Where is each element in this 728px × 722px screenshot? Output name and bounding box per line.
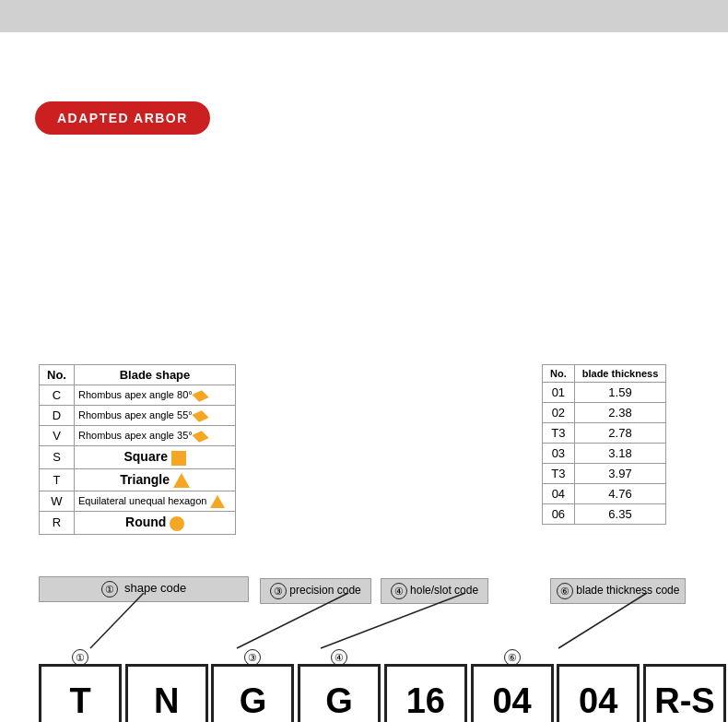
- svg-line-3: [558, 593, 647, 648]
- col-header-thickness: blade thickness: [574, 365, 666, 383]
- col-header-no: No.: [543, 365, 575, 383]
- table-row: T3 3.97: [543, 464, 666, 484]
- row-no: W: [40, 491, 75, 512]
- table-row: R Round: [40, 512, 236, 535]
- thickness-val: 6.35: [574, 504, 666, 525]
- letter-04a: 04: [492, 681, 531, 721]
- table-row: S Square: [40, 446, 236, 469]
- thickness-val: 2.78: [574, 423, 666, 444]
- shape-label: Square: [123, 449, 167, 464]
- row-no: V: [40, 426, 75, 446]
- row-shape: Rhombus apex angle 55°: [75, 406, 236, 426]
- table-row: 01 1.59: [543, 383, 666, 403]
- table-row: C Rhombus apex angle 80°: [40, 385, 236, 406]
- letter-G2: G: [325, 681, 353, 721]
- thickness-table: No. blade thickness 01 1.59 02 2.38 T3 2…: [542, 364, 666, 525]
- thickness-no: 04: [543, 484, 575, 504]
- row-shape: Square: [75, 446, 236, 469]
- letter-box-T: T: [39, 664, 122, 722]
- main-content: ADAPTED ARBOR No. Blade shape C Rhombus …: [0, 32, 728, 722]
- letter-box-RS: R-S: [643, 664, 726, 722]
- thickness-val: 3.97: [574, 464, 666, 484]
- letter-N: N: [154, 681, 179, 721]
- col-header-no: No.: [40, 365, 75, 385]
- thickness-no: 03: [543, 444, 575, 464]
- table-row: 06 6.35: [543, 504, 666, 525]
- triangle-icon: [173, 473, 190, 488]
- letter-box-04b: 04: [557, 664, 640, 722]
- row-shape: Rhombus apex angle 35°: [75, 426, 236, 446]
- row-no: C: [40, 385, 75, 406]
- table-row: T Triangle: [40, 468, 236, 491]
- col-header-blade-shape: Blade shape: [75, 365, 236, 385]
- table-row: 02 2.38: [543, 403, 666, 423]
- letter-box-G1: G: [211, 664, 294, 722]
- hexagon-icon: [210, 495, 225, 508]
- thickness-val: 1.59: [574, 383, 666, 403]
- letter-T: T: [69, 681, 90, 721]
- row-no: D: [40, 406, 75, 426]
- circle-icon: [170, 516, 184, 531]
- row-shape: Rhombus apex angle 80°: [75, 385, 236, 406]
- row-no: R: [40, 512, 75, 535]
- table-row: T3 2.78: [543, 423, 666, 444]
- table-row: V Rhombus apex angle 35°: [40, 426, 236, 446]
- letters-row: T N G G 16 04 04 R-S: [39, 664, 726, 722]
- thickness-val: 2.38: [574, 403, 666, 423]
- table-row: W Equilateral unequal hexagon: [40, 491, 236, 512]
- letter-04b: 04: [579, 681, 617, 721]
- table-row: D Rhombus apex angle 55°: [40, 406, 236, 426]
- shape-label: Triangle: [120, 472, 170, 487]
- row-shape: Equilateral unequal hexagon: [75, 491, 236, 512]
- letter-box-N: N: [125, 664, 208, 722]
- square-icon: [171, 451, 186, 466]
- row-shape: Round: [75, 512, 236, 535]
- row-no: S: [40, 446, 75, 469]
- row-no: T: [40, 468, 75, 491]
- adapted-arbor-button[interactable]: ADAPTED ARBOR: [35, 101, 210, 135]
- svg-line-2: [321, 593, 465, 648]
- row-shape: Triangle: [75, 468, 236, 491]
- letter-16: 16: [406, 681, 445, 721]
- table-row: 03 3.18: [543, 444, 666, 464]
- rhombus-icon: [192, 390, 208, 402]
- svg-line-0: [90, 593, 144, 648]
- rhombus-icon: [192, 431, 208, 443]
- letter-G1: G: [240, 681, 267, 721]
- svg-line-1: [237, 593, 348, 648]
- thickness-no: T3: [543, 464, 575, 484]
- blade-shape-table: No. Blade shape C Rhombus apex angle 80°…: [39, 364, 236, 535]
- letter-box-G2: G: [298, 664, 381, 722]
- thickness-no: 01: [543, 383, 575, 403]
- top-bar: [0, 0, 728, 32]
- letter-box-04a: 04: [471, 664, 554, 722]
- thickness-val: 4.76: [574, 484, 666, 504]
- thickness-no: T3: [543, 423, 575, 444]
- letter-RS: R-S: [654, 681, 714, 721]
- rhombus-icon: [192, 410, 208, 422]
- shape-label: Round: [125, 515, 166, 529]
- thickness-val: 3.18: [574, 444, 666, 464]
- table-row: 04 4.76: [543, 484, 666, 504]
- letter-box-16: 16: [384, 664, 467, 722]
- thickness-no: 02: [543, 403, 575, 423]
- thickness-no: 06: [543, 504, 575, 525]
